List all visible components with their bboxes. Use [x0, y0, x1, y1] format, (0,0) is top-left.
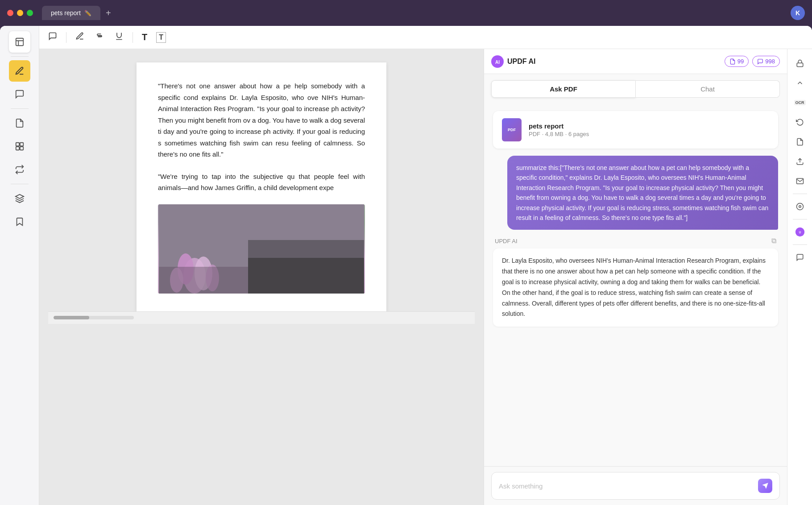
traffic-lights: [7, 10, 33, 16]
sidebar-divider-1: [11, 56, 29, 57]
ai-input-box[interactable]: Ask something: [491, 472, 780, 500]
svg-rect-0: [16, 38, 23, 46]
sidebar-item-comment[interactable]: [9, 83, 30, 105]
tab-ask-pdf[interactable]: Ask PDF: [491, 80, 636, 98]
file-name: pets report: [529, 122, 589, 130]
lock-icon[interactable]: [791, 54, 809, 72]
right-sidebar-divider-2: [793, 219, 807, 219]
svg-rect-15: [159, 267, 248, 294]
pdf-image: [158, 204, 365, 294]
sidebar-item-highlight[interactable]: [9, 60, 30, 82]
text-box-icon[interactable]: T: [156, 32, 166, 43]
main-area: T T "There's not one answer about how a …: [0, 26, 812, 505]
svg-point-23: [799, 206, 801, 208]
svg-rect-3: [16, 143, 19, 146]
pdf-viewer[interactable]: "There's not one answer about how a pe h…: [39, 49, 484, 505]
ai-chat-content[interactable]: PDF pets report PDF · 4,8 MB · 6 pages: [484, 104, 787, 466]
ai-input-area: Ask something: [484, 466, 787, 505]
ai-token-count[interactable]: 99: [725, 56, 749, 67]
updf-ai-logo: AI: [491, 55, 504, 68]
sidebar-item-layers[interactable]: [9, 188, 30, 209]
ai-header-right: 99 998: [725, 56, 780, 67]
toolbar-divider-2: [133, 32, 133, 43]
close-button[interactable]: [7, 10, 13, 16]
tab-title: pets report: [51, 9, 81, 17]
updf-logo-icon[interactable]: U: [791, 223, 809, 241]
tab-chat[interactable]: Chat: [636, 80, 780, 98]
content-split: "There's not one answer about how a pe h…: [39, 49, 812, 505]
file-pdf-icon: PDF: [502, 118, 522, 141]
strikethrough-icon[interactable]: [93, 30, 106, 45]
sidebar-divider-2: [11, 108, 29, 109]
token-count-value: 99: [737, 58, 744, 65]
user-message-text: summarize this:["There's not one answer …: [516, 164, 768, 221]
svg-point-22: [796, 203, 803, 210]
ai-tabs: Ask PDF Chat: [484, 74, 787, 104]
ai-response-label: UPDF AI: [495, 238, 518, 244]
pages-icon[interactable]: [791, 133, 809, 151]
pdf-paragraph-2: "We're trying to tap into the subjective…: [158, 171, 365, 194]
ai-send-button[interactable]: [758, 479, 772, 493]
svg-rect-5: [16, 147, 19, 150]
svg-rect-4: [20, 143, 23, 146]
ocr-icon[interactable]: OCR: [791, 94, 809, 112]
disk-icon[interactable]: [791, 198, 809, 215]
ai-header: AI UPDF AI 99: [484, 49, 787, 74]
pdf-page: "There's not one answer about how a pe h…: [137, 62, 386, 311]
svg-rect-6: [20, 147, 23, 150]
ocr-badge: OCR: [794, 100, 806, 105]
text-icon[interactable]: T: [140, 30, 149, 44]
pdf-paragraph-1: "There's not one answer about how a pe h…: [158, 80, 365, 160]
rotate-icon[interactable]: [791, 113, 809, 131]
ai-response-text: Dr. Layla Esposito, who oversees NIH's H…: [493, 248, 778, 327]
ai-message-count[interactable]: 998: [752, 56, 780, 67]
file-card: PDF pets report PDF · 4,8 MB · 6 pages: [493, 111, 778, 149]
sidebar-item-reader[interactable]: [9, 31, 30, 53]
pdf-scroll-fill: [54, 316, 89, 319]
file-type-label: PDF: [508, 128, 516, 132]
sidebar-item-convert[interactable]: [9, 159, 30, 180]
pdf-scroll-indicator[interactable]: [54, 316, 134, 319]
comment-icon[interactable]: [46, 30, 59, 45]
send-icon: [762, 482, 769, 489]
maximize-button[interactable]: [27, 10, 33, 16]
upload-icon[interactable]: [791, 153, 809, 170]
sidebar-item-organize[interactable]: [9, 136, 30, 157]
message-icon: [757, 58, 763, 65]
right-sidebar-divider-1: [793, 194, 807, 194]
ai-input-placeholder[interactable]: Ask something: [499, 482, 753, 490]
chat-icon[interactable]: [791, 248, 809, 266]
underline-icon[interactable]: [113, 30, 125, 45]
edit-icon[interactable]: ✏️: [84, 10, 91, 17]
user-message-bubble: summarize this:["There's not one answer …: [507, 156, 778, 230]
ai-response: UPDF AI ⧉ Dr. Layla Esposito, who overse…: [493, 237, 778, 327]
tab-pets-report[interactable]: pets report ✏️: [42, 6, 100, 20]
pen-icon[interactable]: [74, 30, 86, 45]
left-sidebar: [0, 26, 39, 505]
toolbar-divider-1: [66, 32, 66, 43]
ai-panel: AI UPDF AI 99: [484, 49, 787, 505]
sidebar-item-bookmark[interactable]: [9, 211, 30, 232]
ai-response-header: UPDF AI ⧉: [493, 237, 778, 245]
chevron-up-icon[interactable]: [791, 74, 809, 92]
avatar: K: [791, 6, 805, 20]
right-sidebar-divider-3: [793, 244, 807, 245]
copy-icon[interactable]: ⧉: [771, 237, 776, 245]
ai-response-content: Dr. Layla Esposito, who oversees NIH's H…: [502, 257, 766, 317]
right-sidebar: OCR: [787, 49, 812, 505]
svg-rect-20: [797, 63, 803, 66]
ai-header-left: AI UPDF AI: [491, 55, 535, 68]
file-info: pets report PDF · 4,8 MB · 6 pages: [529, 122, 589, 137]
add-tab-button[interactable]: +: [104, 6, 113, 20]
svg-rect-17: [248, 240, 364, 294]
svg-text:U: U: [799, 231, 801, 234]
document-icon: [729, 58, 736, 65]
mail-icon[interactable]: [791, 172, 809, 190]
toolbar-area: T T "There's not one answer about how a …: [39, 26, 812, 505]
sidebar-item-pages[interactable]: [9, 112, 30, 134]
titlebar: pets report ✏️ + K: [0, 0, 812, 26]
pdf-bottom-bar: [48, 311, 475, 324]
message-count-value: 998: [765, 58, 775, 65]
minimize-button[interactable]: [17, 10, 23, 16]
active-dot: [10, 70, 13, 73]
